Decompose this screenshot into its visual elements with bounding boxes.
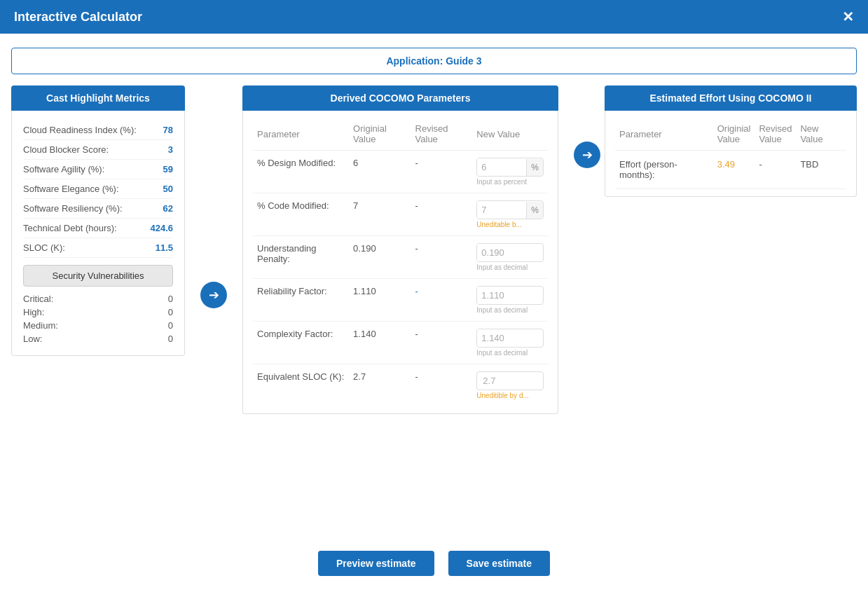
effort-table-wrap: Parameter OriginialValue RevisedValue Ne…: [605, 111, 857, 197]
orig-code-modified: 7: [349, 193, 411, 236]
param-equiv-sloc: Equivalent SLOC (K):: [253, 364, 349, 407]
arrow-2-col: ➔: [570, 85, 605, 168]
metric-cloud-blocker-value: 3: [168, 144, 173, 155]
title-bar: Interactive Calculator ✕: [0, 0, 868, 34]
metric-cloud-readiness: Cloud Readiness Index (%): 78: [23, 121, 173, 140]
input-complexity-factor[interactable]: [477, 329, 540, 347]
revised-design-modified: -: [411, 151, 473, 193]
effort-header: Estimated Effort Using COCOMO II: [605, 85, 857, 111]
param-reliability-factor: Reliability Factor:: [253, 279, 349, 322]
cast-highlight-body: Cloud Readiness Index (%): 78 Cloud Bloc…: [11, 111, 185, 356]
cocomo-table-wrap: Parameter Originial Value Revised Value …: [242, 111, 558, 414]
revised-code-modified: -: [411, 193, 473, 236]
middle-panel: Derived COCOMO Parameters Parameter Orig…: [242, 85, 558, 414]
orig-design-modified: 6: [349, 151, 411, 193]
table-row: Understanding Penalty: 0.190 - Input as …: [253, 236, 548, 279]
table-row: % Code Modified: 7 - % Un: [253, 193, 548, 236]
security-vulnerabilities-button[interactable]: Security Vulnerabilities: [23, 265, 173, 287]
effort-orig: 3.49: [713, 151, 755, 189]
vuln-low-value: 0: [168, 334, 173, 344]
vuln-medium: Medium: 0: [23, 319, 173, 332]
metric-elegance-value: 50: [163, 184, 173, 194]
effort-col-new: New Value: [796, 118, 846, 151]
metric-cloud-readiness-value: 78: [163, 125, 173, 135]
input-code-modified[interactable]: [477, 201, 526, 219]
col-revised-value: Revised Value: [411, 118, 473, 151]
vuln-medium-value: 0: [168, 320, 173, 331]
input-design-modified[interactable]: [477, 158, 526, 176]
effort-col-revised: RevisedValue: [755, 118, 796, 151]
hint-complexity-factor: Input as decimal: [476, 349, 544, 357]
table-row: Complexity Factor: 1.140 - Input as deci…: [253, 322, 548, 364]
hint-reliability-factor: Input as decimal: [476, 306, 544, 314]
hint-equiv-sloc: Uneditible by d...: [476, 392, 544, 399]
cocomo-header: Derived COCOMO Parameters: [242, 85, 558, 111]
app-label-bar: Application: Guide 3: [11, 48, 857, 74]
metric-resiliency-value: 62: [163, 203, 173, 214]
effort-revised: -: [755, 151, 796, 189]
main-window: Interactive Calculator ✕ Application: Gu…: [0, 0, 868, 597]
metric-elegance: Software Elegance (%): 50: [23, 179, 173, 199]
orig-complexity-factor: 1.140: [349, 322, 411, 364]
preview-estimate-button[interactable]: Preview estimate: [318, 551, 434, 576]
effort-param: Effort (person-months):: [615, 151, 713, 189]
metric-tech-debt-value: 424.6: [150, 223, 173, 233]
table-row: Reliability Factor: 1.110 - Input as dec…: [253, 279, 548, 322]
vuln-critical-label: Critical:: [23, 294, 53, 304]
left-panel: Cast Highlight Metrics Cloud Readiness I…: [11, 85, 185, 356]
orig-understanding-penalty: 0.190: [349, 236, 411, 279]
revised-complexity-factor: -: [411, 322, 473, 364]
vuln-critical-value: 0: [168, 294, 173, 304]
arrow-2-icon: ➔: [574, 142, 600, 168]
effort-table: Parameter OriginialValue RevisedValue Ne…: [615, 118, 846, 189]
param-code-modified: % Code Modified:: [253, 193, 349, 236]
param-design-modified: % Design Modified:: [253, 151, 349, 193]
unit-design-modified: %: [526, 159, 543, 176]
metric-tech-debt: Technical Debt (hours): 424.6: [23, 219, 173, 238]
new-design-modified: % Input as percent: [472, 151, 548, 193]
new-equiv-sloc: 2.7 Uneditible by d...: [472, 364, 548, 407]
unit-code-modified: %: [526, 202, 543, 219]
window-title: Interactive Calculator: [14, 10, 142, 25]
param-complexity-factor: Complexity Factor:: [253, 322, 349, 364]
col-new-value: New Value: [472, 118, 548, 151]
metric-agility-value: 59: [163, 164, 173, 174]
col-parameter: Parameter: [253, 118, 349, 151]
window-body: Application: Guide 3 Cast Highlight Metr…: [0, 34, 868, 597]
hint-understanding-penalty: Input as decimal: [476, 263, 544, 271]
footer-buttons: Preview estimate Save estimate: [11, 540, 857, 583]
metric-cloud-blocker-label: Cloud Blocker Score:: [23, 144, 109, 155]
plain-equiv-sloc: 2.7: [476, 371, 544, 390]
input-reliability-factor[interactable]: [477, 287, 540, 304]
vuln-low-label: Low:: [23, 334, 42, 344]
new-code-modified: % Uneditable b...: [472, 193, 548, 236]
revised-reliability-factor: -: [411, 279, 473, 322]
close-button[interactable]: ✕: [842, 8, 854, 25]
new-reliability-factor: Input as decimal: [472, 279, 548, 322]
metric-elegance-label: Software Elegance (%):: [23, 184, 119, 194]
orig-equiv-sloc: 2.7: [349, 364, 411, 407]
table-row: Effort (person-months): 3.49 - TBD: [615, 151, 846, 189]
metric-sloc: SLOC (K): 11.5: [23, 238, 173, 258]
save-estimate-button[interactable]: Save estimate: [448, 551, 550, 576]
orig-reliability-factor: 1.110: [349, 279, 411, 322]
effort-col-orig: OriginialValue: [713, 118, 755, 151]
main-content: Cast Highlight Metrics Cloud Readiness I…: [11, 85, 857, 528]
effort-col-parameter: Parameter: [615, 118, 713, 151]
effort-new: TBD: [796, 151, 846, 189]
vuln-high: High: 0: [23, 306, 173, 319]
revised-equiv-sloc: -: [411, 364, 473, 407]
cast-highlight-header: Cast Highlight Metrics: [11, 85, 185, 111]
hint-design-modified: Input as percent: [476, 178, 544, 186]
vuln-high-value: 0: [168, 307, 173, 317]
metric-resiliency-label: Software Resiliency (%):: [23, 203, 123, 214]
metric-cloud-blocker: Cloud Blocker Score: 3: [23, 140, 173, 160]
vuln-medium-label: Medium:: [23, 320, 58, 331]
param-understanding-penalty: Understanding Penalty:: [253, 236, 349, 279]
app-prefix: Application:: [386, 55, 443, 67]
input-understanding-penalty[interactable]: [477, 244, 540, 261]
metric-sloc-value: 11.5: [156, 242, 173, 253]
metric-resiliency: Software Resiliency (%): 62: [23, 199, 173, 219]
metric-tech-debt-label: Technical Debt (hours):: [23, 223, 117, 233]
metric-agility: Software Agility (%): 59: [23, 160, 173, 179]
